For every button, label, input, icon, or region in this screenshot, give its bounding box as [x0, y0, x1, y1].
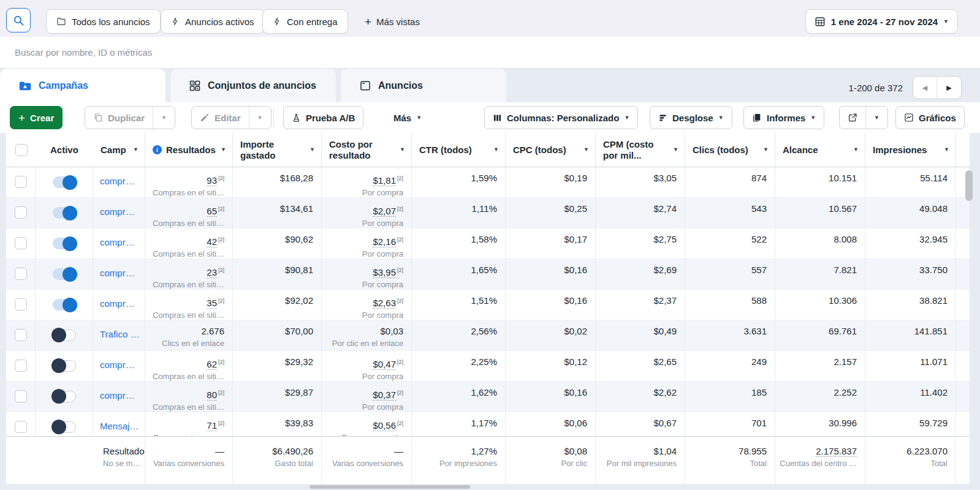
- campaign-active-toggle[interactable]: [53, 360, 76, 372]
- more-views-button[interactable]: + Más vistas: [357, 9, 427, 34]
- footnote-ref-icon[interactable]: [2]: [218, 359, 224, 365]
- row-checkbox[interactable]: [15, 360, 27, 372]
- view-anuncios-activos[interactable]: Anuncios activos: [161, 9, 265, 34]
- row-checkbox[interactable]: [15, 237, 27, 249]
- campaign-active-toggle[interactable]: [53, 299, 76, 311]
- edit-button[interactable]: Editar: [192, 107, 249, 129]
- footnote-ref-icon[interactable]: [2]: [218, 420, 224, 426]
- export-button[interactable]: [840, 107, 865, 129]
- duplicate-dropdown-button[interactable]: ▼: [153, 107, 175, 129]
- row-checkbox[interactable]: [15, 298, 27, 311]
- footnote-ref-icon[interactable]: [2]: [218, 390, 224, 396]
- campaign-active-toggle[interactable]: [53, 330, 76, 341]
- footnote-ref-icon[interactable]: [2]: [218, 267, 224, 273]
- campaign-name-link[interactable]: compr…: [100, 268, 135, 278]
- cost-per-result-cell: $1,81[2]Por compra: [322, 167, 412, 197]
- chevron-left-icon: ◀: [922, 84, 927, 92]
- edit-dropdown-button[interactable]: ▼: [249, 107, 271, 129]
- campaign-name-cell: compr…: [93, 259, 145, 289]
- create-button[interactable]: + Crear: [10, 106, 63, 129]
- campaign-name-link[interactable]: compr…: [100, 298, 135, 309]
- header-campaign[interactable]: Camp▼: [93, 133, 145, 167]
- row-checkbox[interactable]: [15, 390, 27, 402]
- header-results[interactable]: iResultados▼: [145, 133, 233, 167]
- footnote-ref-icon[interactable]: [2]: [218, 298, 224, 304]
- campaign-active-toggle[interactable]: [53, 391, 76, 402]
- view-todos-los-anuncios[interactable]: Todos los anuncios: [46, 9, 161, 34]
- prev-page-button[interactable]: ◀: [913, 77, 937, 99]
- table-body: compr…93[2]Compras en el siti…$168,28$1,…: [6, 167, 970, 436]
- reports-button[interactable]: Informes ▼: [743, 106, 824, 129]
- campaign-name-link[interactable]: compr…: [100, 390, 135, 401]
- clipped-column-cell: [956, 198, 970, 228]
- footnote-ref-icon[interactable]: [2]: [397, 175, 403, 181]
- export-dropdown-button[interactable]: ▼: [865, 107, 887, 129]
- footnote-ref-icon[interactable]: [2]: [397, 267, 403, 273]
- footnote-ref-icon[interactable]: [2]: [397, 359, 403, 365]
- vertical-scrollbar[interactable]: [965, 170, 973, 201]
- charts-button[interactable]: Gráficos: [895, 106, 965, 129]
- campaign-active-toggle[interactable]: [53, 238, 76, 249]
- footnote-ref-icon[interactable]: [2]: [397, 236, 403, 243]
- footnote-ref-icon[interactable]: [2]: [218, 236, 224, 243]
- breakdown-button[interactable]: Desglose ▼: [650, 106, 732, 129]
- cost-per-result-cell: $0,56[2]Por conversación: [322, 412, 412, 436]
- campaign-name-link[interactable]: compr…: [100, 360, 135, 370]
- row-status-cell: [36, 198, 93, 228]
- toggle-knob: [51, 389, 66, 404]
- next-page-button[interactable]: ▶: [937, 77, 961, 99]
- campaign-name-link[interactable]: compr…: [100, 237, 135, 247]
- ab-test-label: Prueba A/B: [306, 113, 355, 123]
- cpc-cell: $0,02: [506, 320, 596, 350]
- header-impressions[interactable]: Impresiones▼: [865, 133, 956, 167]
- header-spend[interactable]: Importe gastado▼: [233, 133, 322, 167]
- table-header-row: Activo Camp▼ iResultados▼ Importe gastad…: [6, 133, 970, 167]
- select-all-checkbox[interactable]: [15, 144, 28, 156]
- campaign-active-toggle[interactable]: [53, 176, 76, 188]
- ab-test-button[interactable]: Prueba A/B: [283, 106, 363, 129]
- horizontal-scrollbar[interactable]: [310, 485, 470, 489]
- footnote-ref-icon[interactable]: [2]: [397, 390, 403, 396]
- info-icon[interactable]: i: [153, 145, 162, 154]
- row-status-cell: [36, 259, 93, 289]
- campaign-active-toggle[interactable]: [53, 421, 76, 433]
- footnote-ref-icon[interactable]: [2]: [397, 298, 403, 304]
- duplicate-button[interactable]: Duplicar: [85, 107, 153, 129]
- row-checkbox[interactable]: [15, 421, 27, 433]
- header-ctr[interactable]: CTR (todos)▼: [412, 133, 506, 167]
- folder-icon: [56, 17, 66, 26]
- toggle-knob: [51, 328, 66, 342]
- campaign-name-link[interactable]: Mensaj…: [100, 421, 139, 431]
- footnote-ref-icon[interactable]: [2]: [397, 420, 403, 426]
- spend-cell: $92,02: [233, 290, 322, 320]
- search-input[interactable]: [15, 47, 965, 58]
- campaign-active-toggle[interactable]: [53, 268, 76, 280]
- campaign-name-link[interactable]: compr…: [100, 176, 135, 186]
- campaign-active-toggle[interactable]: [53, 207, 76, 219]
- campaign-name-link[interactable]: compr…: [100, 206, 135, 217]
- view-con-entrega[interactable]: Con entrega: [262, 9, 348, 34]
- header-clicks[interactable]: Clics (todos)▼: [685, 133, 775, 167]
- date-range-selector[interactable]: 1 ene 2024 - 27 nov 2024 ▼: [805, 9, 958, 34]
- more-actions-button[interactable]: Más ▼: [385, 106, 430, 129]
- row-checkbox[interactable]: [15, 206, 27, 219]
- header-cpc[interactable]: CPC (todos)▼: [506, 133, 596, 167]
- tab-anuncios[interactable]: Anuncios: [341, 69, 506, 102]
- footnote-ref-icon[interactable]: [2]: [218, 206, 224, 212]
- header-reach[interactable]: Alcance▼: [775, 133, 865, 167]
- campaign-name-link[interactable]: Trafico …: [100, 329, 139, 339]
- row-checkbox[interactable]: [15, 268, 27, 280]
- adsets-grid-icon: [189, 80, 201, 92]
- tab-campanas[interactable]: Campañas: [0, 69, 165, 102]
- row-checkbox[interactable]: [15, 329, 27, 341]
- cpc-cell: $0,17: [506, 228, 596, 258]
- footnote-ref-icon[interactable]: [2]: [218, 175, 224, 181]
- header-cost-per-result[interactable]: Costo por resultado▼: [322, 133, 412, 167]
- ctr-cell: 1,62%: [412, 382, 506, 412]
- search-filter-button[interactable]: [6, 8, 31, 32]
- columns-button[interactable]: Columnas: Personalizado ▼: [484, 106, 638, 129]
- row-checkbox[interactable]: [15, 176, 27, 188]
- header-cpm[interactable]: CPM (costo por mil...▼: [596, 133, 685, 167]
- tab-conjuntos-de-anuncios[interactable]: Conjuntos de anuncios: [170, 69, 336, 102]
- footnote-ref-icon[interactable]: [2]: [397, 206, 403, 212]
